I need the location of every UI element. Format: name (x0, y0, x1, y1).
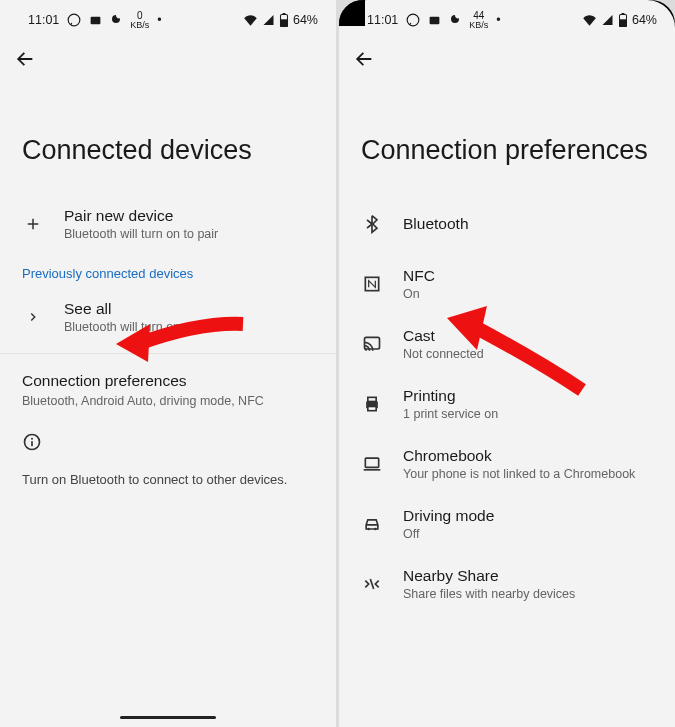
info-icon (22, 432, 42, 452)
previously-connected-label: Previously connected devices (0, 254, 336, 287)
svg-rect-3 (280, 19, 287, 27)
pref-row-nfc[interactable]: NFCOn (339, 254, 675, 314)
net-speed: 0KB/s (130, 11, 149, 30)
gesture-bar (120, 716, 216, 720)
pref-label: Bluetooth (403, 215, 653, 233)
back-arrow-icon (353, 48, 375, 70)
svg-rect-7 (31, 442, 33, 447)
nearby-share-icon (362, 574, 382, 594)
see-all-row[interactable]: See all Bluetooth will turn on (0, 287, 336, 347)
battery-icon (279, 13, 289, 27)
pref-label: Chromebook (403, 447, 653, 465)
net-speed: 44KB/s (469, 11, 488, 30)
svg-point-8 (407, 14, 419, 26)
info-text: Turn on Bluetooth to connect to other de… (22, 472, 314, 487)
bluetooth-icon (362, 214, 382, 234)
pref-label: Driving mode (403, 507, 653, 525)
message-icon (89, 14, 102, 27)
back-button[interactable] (339, 34, 675, 78)
pref-row-nearby-share[interactable]: Nearby ShareShare files with nearby devi… (339, 554, 675, 614)
pref-sub: 1 print service on (403, 407, 653, 421)
signal-icon (601, 14, 614, 26)
svg-rect-1 (91, 16, 101, 24)
pair-new-device-row[interactable]: Pair new device Bluetooth will turn on t… (0, 194, 336, 254)
back-button[interactable] (0, 34, 336, 78)
pref-label: Cast (403, 327, 653, 345)
chevron-right-icon (26, 310, 40, 324)
battery-pct: 64% (293, 13, 318, 27)
status-bar: 11:01 44KB/s • 64% (339, 0, 675, 34)
dot-icon: • (157, 13, 161, 27)
svg-rect-4 (283, 13, 286, 14)
pref-row-chromebook[interactable]: ChromebookYour phone is not linked to a … (339, 434, 675, 494)
pref-sub: On (403, 287, 653, 301)
pref-row-driving-mode[interactable]: Driving modeOff (339, 494, 675, 554)
svg-point-20 (374, 528, 377, 531)
svg-rect-18 (365, 459, 378, 468)
wifi-icon (243, 14, 258, 26)
pref-row-printing[interactable]: Printing1 print service on (339, 374, 675, 434)
svg-rect-17 (368, 407, 376, 411)
see-all-sub: Bluetooth will turn on (64, 320, 314, 334)
svg-point-6 (31, 438, 33, 440)
svg-point-19 (367, 528, 370, 531)
screen-connected-devices: 11:01 0KB/s • 64% Connected devices Pair… (0, 0, 336, 727)
pair-label: Pair new device (64, 207, 314, 225)
svg-rect-16 (368, 398, 376, 402)
conn-pref-sub: Bluetooth, Android Auto, driving mode, N… (22, 394, 314, 408)
dnd-icon (449, 14, 461, 26)
status-time: 11:01 (367, 13, 398, 27)
pref-label: Printing (403, 387, 653, 405)
page-title: Connected devices (0, 78, 336, 194)
wifi-icon (582, 14, 597, 26)
cast-icon (362, 334, 382, 354)
whatsapp-icon (406, 13, 420, 27)
nfc-icon (362, 274, 382, 294)
pref-label: Nearby Share (403, 567, 653, 585)
screen-connection-preferences: 11:01 44KB/s • 64% Connection preference… (339, 0, 675, 727)
printing-icon (362, 394, 382, 414)
pref-sub: Off (403, 527, 653, 541)
status-bar: 11:01 0KB/s • 64% (0, 0, 336, 34)
connection-preferences-row[interactable]: Connection preferences Bluetooth, Androi… (0, 354, 336, 414)
battery-pct: 64% (632, 13, 657, 27)
pref-row-cast[interactable]: CastNot connected (339, 314, 675, 374)
svg-rect-11 (619, 19, 626, 27)
see-all-label: See all (64, 300, 314, 318)
page-title: Connection preferences (339, 78, 675, 194)
pref-sub: Your phone is not linked to a Chromebook (403, 467, 653, 481)
conn-pref-title: Connection preferences (22, 372, 314, 390)
battery-icon (618, 13, 628, 27)
pair-sub: Bluetooth will turn on to pair (64, 227, 314, 241)
whatsapp-icon (67, 13, 81, 27)
chromebook-icon (362, 454, 382, 474)
pref-label: NFC (403, 267, 653, 285)
svg-rect-9 (430, 16, 440, 24)
svg-point-0 (68, 14, 80, 26)
pref-row-bluetooth[interactable]: Bluetooth (339, 194, 675, 254)
status-time: 11:01 (28, 13, 59, 27)
dot-icon: • (496, 13, 500, 27)
message-icon (428, 14, 441, 27)
signal-icon (262, 14, 275, 26)
plus-icon (24, 215, 42, 233)
driving-mode-icon (362, 514, 382, 534)
pref-sub: Share files with nearby devices (403, 587, 653, 601)
back-arrow-icon (14, 48, 36, 70)
svg-rect-12 (622, 13, 625, 14)
info-block: Turn on Bluetooth to connect to other de… (0, 414, 336, 505)
dnd-icon (110, 14, 122, 26)
pref-sub: Not connected (403, 347, 653, 361)
